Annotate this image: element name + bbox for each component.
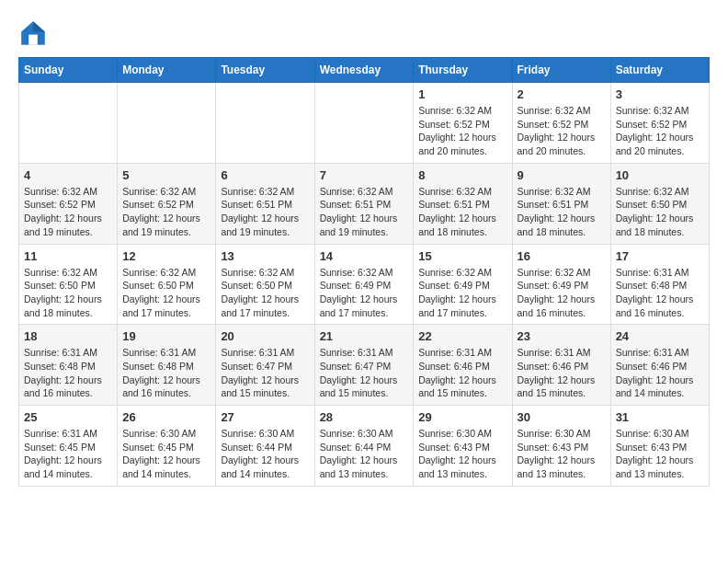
calendar-cell: 10Sunrise: 6:32 AM Sunset: 6:50 PM Dayli…: [610, 163, 709, 244]
day-info: Sunrise: 6:32 AM Sunset: 6:52 PM Dayligh…: [518, 104, 606, 158]
calendar-cell: 29Sunrise: 6:30 AM Sunset: 6:43 PM Dayli…: [414, 406, 512, 487]
day-number: 8: [418, 168, 506, 182]
day-info: Sunrise: 6:31 AM Sunset: 6:46 PM Dayligh…: [418, 346, 506, 400]
day-info: Sunrise: 6:30 AM Sunset: 6:44 PM Dayligh…: [221, 427, 309, 481]
calendar-cell: 1Sunrise: 6:32 AM Sunset: 6:52 PM Daylig…: [414, 83, 512, 164]
week-row-1: 1Sunrise: 6:32 AM Sunset: 6:52 PM Daylig…: [19, 83, 710, 164]
calendar-cell: 15Sunrise: 6:32 AM Sunset: 6:49 PM Dayli…: [414, 244, 512, 325]
day-info: Sunrise: 6:31 AM Sunset: 6:47 PM Dayligh…: [320, 346, 409, 400]
day-info: Sunrise: 6:32 AM Sunset: 6:52 PM Dayligh…: [24, 185, 112, 239]
week-row-4: 18Sunrise: 6:31 AM Sunset: 6:48 PM Dayli…: [19, 325, 710, 406]
day-info: Sunrise: 6:30 AM Sunset: 6:44 PM Dayligh…: [320, 427, 409, 481]
day-number: 19: [122, 329, 210, 343]
calendar-cell: 12Sunrise: 6:32 AM Sunset: 6:50 PM Dayli…: [118, 244, 216, 325]
day-info: Sunrise: 6:32 AM Sunset: 6:50 PM Dayligh…: [122, 266, 210, 320]
day-number: 13: [221, 249, 309, 263]
day-number: 3: [616, 87, 704, 101]
day-info: Sunrise: 6:30 AM Sunset: 6:45 PM Dayligh…: [122, 427, 210, 481]
calendar-cell: 19Sunrise: 6:31 AM Sunset: 6:48 PM Dayli…: [118, 325, 216, 406]
calendar-cell: 13Sunrise: 6:32 AM Sunset: 6:50 PM Dayli…: [216, 244, 314, 325]
weekday-header-row: SundayMondayTuesdayWednesdayThursdayFrid…: [19, 58, 710, 83]
day-number: 5: [122, 168, 210, 182]
calendar-cell: 31Sunrise: 6:30 AM Sunset: 6:43 PM Dayli…: [610, 406, 709, 487]
weekday-header-tuesday: Tuesday: [216, 58, 314, 83]
logo-icon: [18, 18, 48, 48]
day-number: 2: [518, 87, 606, 101]
calendar-cell: 2Sunrise: 6:32 AM Sunset: 6:52 PM Daylig…: [512, 83, 610, 164]
day-number: 26: [122, 410, 210, 424]
day-number: 27: [221, 410, 309, 424]
calendar-cell: [19, 83, 118, 164]
page-header: [18, 18, 710, 48]
calendar-cell: 7Sunrise: 6:32 AM Sunset: 6:51 PM Daylig…: [314, 163, 414, 244]
day-number: 29: [418, 410, 506, 424]
calendar-cell: 21Sunrise: 6:31 AM Sunset: 6:47 PM Dayli…: [314, 325, 414, 406]
calendar-cell: 8Sunrise: 6:32 AM Sunset: 6:51 PM Daylig…: [414, 163, 512, 244]
svg-marker-1: [33, 21, 45, 31]
day-info: Sunrise: 6:32 AM Sunset: 6:50 PM Dayligh…: [616, 185, 704, 239]
day-number: 21: [320, 329, 409, 343]
day-info: Sunrise: 6:30 AM Sunset: 6:43 PM Dayligh…: [616, 427, 704, 481]
calendar-cell: 24Sunrise: 6:31 AM Sunset: 6:46 PM Dayli…: [610, 325, 709, 406]
calendar-cell: 22Sunrise: 6:31 AM Sunset: 6:46 PM Dayli…: [414, 325, 512, 406]
calendar-cell: 20Sunrise: 6:31 AM Sunset: 6:47 PM Dayli…: [216, 325, 314, 406]
day-info: Sunrise: 6:32 AM Sunset: 6:52 PM Dayligh…: [418, 104, 506, 158]
day-number: 7: [320, 168, 409, 182]
day-number: 15: [418, 249, 506, 263]
day-info: Sunrise: 6:31 AM Sunset: 6:48 PM Dayligh…: [122, 346, 210, 400]
day-info: Sunrise: 6:32 AM Sunset: 6:51 PM Dayligh…: [221, 185, 309, 239]
weekday-header-wednesday: Wednesday: [314, 58, 414, 83]
weekday-header-thursday: Thursday: [414, 58, 512, 83]
day-number: 18: [24, 329, 112, 343]
day-info: Sunrise: 6:32 AM Sunset: 6:51 PM Dayligh…: [320, 185, 409, 239]
day-number: 22: [418, 329, 506, 343]
day-info: Sunrise: 6:32 AM Sunset: 6:50 PM Dayligh…: [221, 266, 309, 320]
calendar-cell: [118, 83, 216, 164]
day-number: 4: [24, 168, 112, 182]
day-number: 23: [518, 329, 606, 343]
day-number: 17: [616, 249, 704, 263]
day-info: Sunrise: 6:30 AM Sunset: 6:43 PM Dayligh…: [518, 427, 606, 481]
calendar-cell: 14Sunrise: 6:32 AM Sunset: 6:49 PM Dayli…: [314, 244, 414, 325]
week-row-3: 11Sunrise: 6:32 AM Sunset: 6:50 PM Dayli…: [19, 244, 710, 325]
calendar-cell: [216, 83, 314, 164]
day-info: Sunrise: 6:31 AM Sunset: 6:47 PM Dayligh…: [221, 346, 309, 400]
day-info: Sunrise: 6:32 AM Sunset: 6:51 PM Dayligh…: [418, 185, 506, 239]
day-info: Sunrise: 6:30 AM Sunset: 6:43 PM Dayligh…: [418, 427, 506, 481]
day-number: 14: [320, 249, 409, 263]
calendar-cell: [314, 83, 414, 164]
day-number: 16: [518, 249, 606, 263]
day-number: 28: [320, 410, 409, 424]
calendar-cell: 5Sunrise: 6:32 AM Sunset: 6:52 PM Daylig…: [118, 163, 216, 244]
calendar-cell: 27Sunrise: 6:30 AM Sunset: 6:44 PM Dayli…: [216, 406, 314, 487]
day-number: 6: [221, 168, 309, 182]
day-number: 30: [518, 410, 606, 424]
day-info: Sunrise: 6:32 AM Sunset: 6:52 PM Dayligh…: [122, 185, 210, 239]
calendar-cell: 28Sunrise: 6:30 AM Sunset: 6:44 PM Dayli…: [314, 406, 414, 487]
day-number: 24: [616, 329, 704, 343]
calendar-table: SundayMondayTuesdayWednesdayThursdayFrid…: [18, 57, 710, 487]
day-info: Sunrise: 6:32 AM Sunset: 6:49 PM Dayligh…: [518, 266, 606, 320]
day-info: Sunrise: 6:32 AM Sunset: 6:51 PM Dayligh…: [518, 185, 606, 239]
calendar-cell: 17Sunrise: 6:31 AM Sunset: 6:48 PM Dayli…: [610, 244, 709, 325]
calendar-cell: 9Sunrise: 6:32 AM Sunset: 6:51 PM Daylig…: [512, 163, 610, 244]
day-info: Sunrise: 6:32 AM Sunset: 6:49 PM Dayligh…: [320, 266, 409, 320]
calendar-cell: 25Sunrise: 6:31 AM Sunset: 6:45 PM Dayli…: [19, 406, 118, 487]
calendar-cell: 6Sunrise: 6:32 AM Sunset: 6:51 PM Daylig…: [216, 163, 314, 244]
weekday-header-monday: Monday: [118, 58, 216, 83]
day-number: 31: [616, 410, 704, 424]
day-number: 12: [122, 249, 210, 263]
weekday-header-saturday: Saturday: [610, 58, 709, 83]
day-number: 1: [418, 87, 506, 101]
calendar-cell: 3Sunrise: 6:32 AM Sunset: 6:52 PM Daylig…: [610, 83, 709, 164]
calendar-cell: 18Sunrise: 6:31 AM Sunset: 6:48 PM Dayli…: [19, 325, 118, 406]
calendar-cell: 11Sunrise: 6:32 AM Sunset: 6:50 PM Dayli…: [19, 244, 118, 325]
svg-rect-2: [28, 35, 38, 45]
day-info: Sunrise: 6:32 AM Sunset: 6:52 PM Dayligh…: [616, 104, 704, 158]
day-info: Sunrise: 6:31 AM Sunset: 6:46 PM Dayligh…: [616, 346, 704, 400]
week-row-2: 4Sunrise: 6:32 AM Sunset: 6:52 PM Daylig…: [19, 163, 710, 244]
day-number: 25: [24, 410, 112, 424]
calendar-cell: 30Sunrise: 6:30 AM Sunset: 6:43 PM Dayli…: [512, 406, 610, 487]
weekday-header-sunday: Sunday: [19, 58, 118, 83]
day-number: 9: [518, 168, 606, 182]
